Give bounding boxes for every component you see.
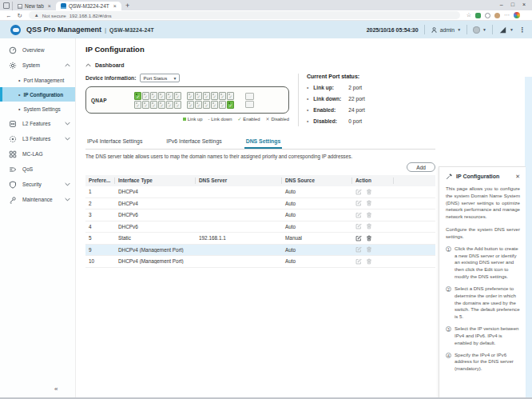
add-button[interactable]: Add — [407, 162, 435, 172]
edit-icon[interactable] — [355, 258, 362, 265]
sidebar-label: System Settings — [23, 106, 60, 112]
address-bar[interactable]: ▲ Not secure 192.168.1.82/#/dns — [29, 11, 460, 19]
table-row[interactable]: 1DHCPv4Auto — [85, 186, 435, 198]
header-divider — [492, 25, 493, 34]
tab-dns-settings[interactable]: DNS Settings — [244, 136, 283, 149]
window-maximize-button[interactable]: □ — [511, 2, 514, 7]
window-minimize-button[interactable]: – — [500, 2, 503, 7]
reload-button[interactable]: ↻ — [18, 12, 22, 19]
enabled-marker: ✓ — [237, 117, 241, 122]
help-step: 1Click the Add button to create a new DN… — [446, 245, 520, 281]
back-button[interactable]: ← — [6, 12, 12, 19]
port-4[interactable] — [142, 101, 149, 109]
edit-icon[interactable] — [355, 212, 362, 218]
port-5[interactable] — [150, 92, 157, 100]
dashboard-toggle[interactable]: Dashboard — [85, 62, 526, 68]
page-scrollbar[interactable] — [525, 77, 532, 399]
port-23[interactable] — [227, 92, 234, 100]
sidebar-item-l3-features[interactable]: L3 Features — [0, 131, 75, 146]
sidebar-item-security[interactable]: Security — [0, 177, 75, 192]
more-options-icon[interactable]: ⋮ — [519, 26, 526, 34]
browser-tab-newtab[interactable]: New tab × — [12, 2, 56, 10]
sidebar-item-system[interactable]: System — [0, 58, 75, 73]
sfp-cage[interactable] — [245, 93, 254, 100]
device-view-select[interactable]: Port Status ▼ — [140, 74, 180, 82]
user-menu[interactable]: admin ▼ — [431, 26, 461, 34]
sync-icon[interactable] — [485, 13, 490, 18]
table-row[interactable]: 10DHCPv4 (Management Port)Auto — [85, 256, 435, 268]
tab-close-icon[interactable]: × — [113, 3, 117, 9]
port-22[interactable] — [219, 101, 226, 109]
tab-list-icon[interactable] — [3, 2, 10, 9]
qos-icon — [8, 165, 17, 174]
port-3[interactable] — [142, 92, 149, 100]
port-19[interactable] — [211, 92, 218, 100]
port-20[interactable] — [211, 101, 218, 109]
dns-table-body: 1DHCPv4Auto2DHCPv4Auto3DHCPv6Auto4DHCPv6… — [85, 186, 435, 268]
port-17[interactable] — [203, 92, 210, 100]
gear-icon — [8, 61, 17, 70]
language-menu[interactable]: ▼ — [473, 26, 486, 34]
table-row[interactable]: 5Static192.168.1.1Manual — [85, 233, 435, 245]
port-21[interactable] — [219, 92, 226, 100]
bookmark-star-icon[interactable]: ☆ — [466, 12, 471, 18]
sidebar-item-ip-configuration[interactable]: • IP Configuration — [0, 87, 75, 102]
browser-menu-icon[interactable]: ⋯ — [504, 12, 510, 18]
port-13[interactable] — [187, 92, 194, 100]
new-tab-button[interactable]: + — [125, 2, 129, 10]
browser-tab-device[interactable]: QSW-M3224-24T × — [56, 2, 121, 10]
edit-icon[interactable] — [355, 223, 362, 229]
tab-close-icon[interactable]: × — [48, 3, 51, 9]
port-15[interactable] — [195, 92, 202, 100]
edit-icon[interactable] — [355, 200, 362, 206]
window-close-button[interactable]: × — [522, 2, 526, 7]
table-row[interactable]: 2DHCPv4Auto — [85, 198, 435, 210]
row-actions — [352, 200, 394, 206]
table-row[interactable]: 9DHCPv4 (Management Port)Auto — [85, 245, 435, 257]
port-18[interactable] — [203, 101, 210, 109]
tab-ipv6-interface-settings[interactable]: IPv6 Interface Settings — [165, 136, 223, 149]
browser-avatar[interactable] — [494, 13, 500, 18]
delete-icon[interactable] — [366, 212, 372, 218]
sidebar-item-l2-features[interactable]: L2 Features — [0, 116, 75, 131]
port-12[interactable] — [174, 101, 181, 109]
tools-menu[interactable]: ▼ — [498, 26, 514, 34]
help-close-icon[interactable]: ✕ — [515, 174, 520, 180]
delete-icon[interactable] — [366, 235, 372, 241]
port-8[interactable] — [158, 101, 165, 109]
sidebar-item-qos[interactable]: QoS — [0, 162, 75, 177]
port-1[interactable] — [134, 92, 141, 100]
port-16[interactable] — [195, 101, 202, 109]
sidebar-item-overview[interactable]: Overview — [0, 42, 75, 58]
edit-icon[interactable] — [355, 189, 362, 195]
sidebar-item-system-settings[interactable]: • System Settings — [0, 102, 75, 116]
port-7[interactable] — [158, 92, 165, 100]
table-row[interactable]: 4DHCPv6Auto — [85, 221, 435, 233]
table-row[interactable]: 3DHCPv6Auto — [85, 209, 435, 221]
edit-icon[interactable] — [355, 235, 362, 241]
table-header: Prefere... Interface Type DNS Server DNS… — [85, 175, 435, 186]
delete-icon[interactable] — [366, 223, 372, 229]
port-6[interactable] — [150, 101, 157, 109]
sidebar-collapse-button[interactable]: « — [54, 385, 58, 393]
sidebar-label: Maintenance — [22, 197, 53, 202]
edit-icon[interactable] — [355, 246, 362, 253]
sidebar-item-mclag[interactable]: MC-LAG — [0, 146, 75, 162]
port-24[interactable] — [227, 101, 234, 109]
port-10[interactable] — [166, 101, 173, 109]
delete-icon[interactable] — [366, 189, 372, 195]
delete-icon[interactable] — [366, 258, 372, 265]
profile-icon[interactable] — [514, 12, 520, 18]
port-9[interactable] — [166, 92, 173, 100]
sfp-cage[interactable] — [245, 101, 254, 108]
sidebar-item-maintenance[interactable]: Maintenance — [0, 192, 75, 207]
port-11[interactable] — [174, 92, 181, 100]
port-2[interactable] — [134, 101, 141, 109]
tab-ipv4-interface-settings[interactable]: IPv4 Interface Settings — [85, 136, 144, 149]
extension-icon[interactable] — [475, 13, 481, 18]
port-14[interactable] — [187, 101, 194, 109]
sidebar-item-port-management[interactable]: • Port Management — [0, 73, 75, 87]
delete-icon[interactable] — [366, 200, 372, 206]
delete-icon[interactable] — [366, 246, 372, 253]
port-status-item: •Enabled:24 port — [307, 107, 365, 113]
